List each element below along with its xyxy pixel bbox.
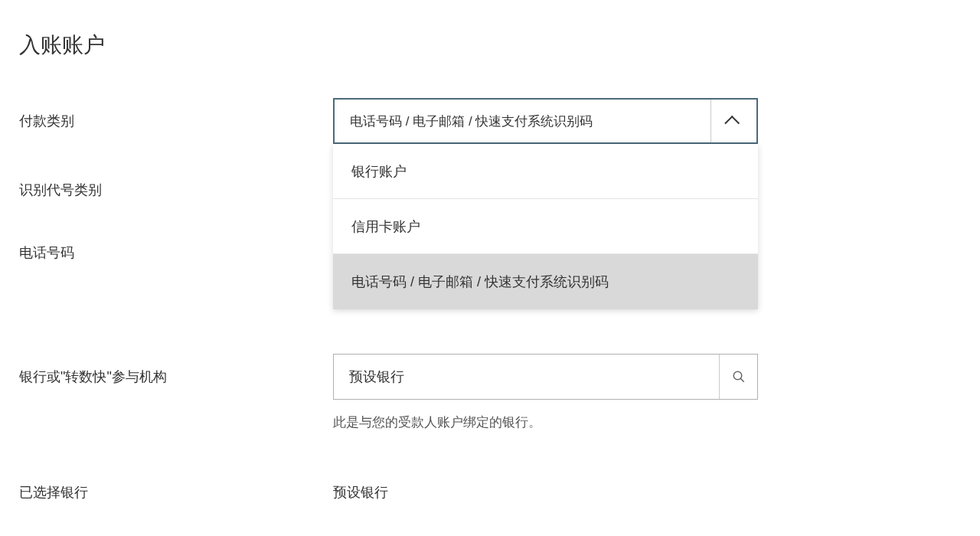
payment-type-control: 电话号码 / 电子邮箱 / 快速支付系统识别码 银行账户 信用卡账户 电话号码 … (333, 98, 758, 144)
selected-bank-row: 已选择银行 预设银行 (19, 469, 961, 502)
svg-line-1 (740, 378, 744, 382)
payment-type-selected-text: 电话号码 / 电子邮箱 / 快速支付系统识别码 (350, 113, 710, 130)
dropdown-option-bank-account[interactable]: 银行账户 (333, 144, 758, 199)
dropdown-option-identifier[interactable]: 电话号码 / 电子邮箱 / 快速支付系统识别码 (333, 254, 758, 309)
bank-search-button[interactable] (719, 355, 757, 399)
selected-bank-value-wrap: 预设银行 (333, 469, 758, 502)
bank-institution-row: 银行或"转数快"参与机构 预设银行 此是与您的受款人账户绑定的银行。 (19, 354, 961, 431)
payment-type-dropdown-menu: 银行账户 信用卡账户 电话号码 / 电子邮箱 / 快速支付系统识别码 (333, 144, 758, 309)
selected-bank-label: 已选择银行 (19, 469, 333, 502)
bank-institution-control: 预设银行 此是与您的受款人账户绑定的银行。 (333, 354, 758, 431)
chevron-up-icon (724, 116, 740, 131)
phone-number-label: 电话号码 (19, 230, 333, 262)
dropdown-toggle[interactable] (710, 100, 756, 142)
svg-point-0 (733, 371, 742, 380)
selected-bank-value: 预设银行 (333, 469, 758, 502)
bank-institution-label: 银行或"转数快"参与机构 (19, 354, 333, 386)
bank-search-value: 预设银行 (349, 368, 719, 386)
search-icon (732, 370, 746, 384)
payment-type-row: 付款类别 电话号码 / 电子邮箱 / 快速支付系统识别码 银行账户 信用卡账户 … (19, 98, 961, 144)
dropdown-option-credit-card[interactable]: 信用卡账户 (333, 199, 758, 254)
bank-search-input[interactable]: 预设银行 (333, 354, 758, 400)
bank-institution-helper: 此是与您的受款人账户绑定的银行。 (333, 413, 758, 431)
identifier-type-label: 识别代号类别 (19, 167, 333, 199)
page-title: 入账账户 (19, 31, 961, 60)
payment-type-label: 付款类别 (19, 98, 333, 130)
payment-type-dropdown[interactable]: 电话号码 / 电子邮箱 / 快速支付系统识别码 (333, 98, 758, 144)
